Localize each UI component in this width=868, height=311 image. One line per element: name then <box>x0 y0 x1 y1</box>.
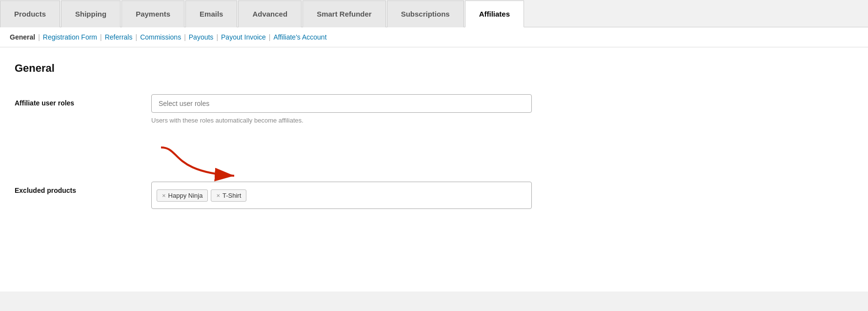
subnav-commissions[interactable]: Commissions <box>140 33 181 41</box>
tag-remove-t-shirt[interactable]: × <box>216 192 220 199</box>
sub-nav: General | Registration Form | Referrals … <box>0 27 868 47</box>
tab-products[interactable]: Products <box>0 0 60 27</box>
subnav-referrals[interactable]: Referrals <box>105 33 133 41</box>
section-title: General <box>15 62 853 75</box>
tag-t-shirt[interactable]: × T-Shirt <box>211 189 246 202</box>
field-excluded-products: × Happy Ninja × T-Shirt <box>151 182 542 209</box>
subnav-sep-1: | <box>38 33 40 41</box>
subnav-sep-5: | <box>216 33 218 41</box>
tab-bar: Products Shipping Payments Emails Advanc… <box>0 0 868 27</box>
tab-advanced[interactable]: Advanced <box>238 0 302 27</box>
subnav-sep-2: | <box>100 33 102 41</box>
tab-payments[interactable]: Payments <box>121 0 184 27</box>
tab-emails[interactable]: Emails <box>185 0 237 27</box>
tab-smart-refunder[interactable]: Smart Refunder <box>303 0 386 27</box>
tab-affiliates[interactable]: Affiliates <box>465 0 524 27</box>
tag-label-t-shirt: T-Shirt <box>222 192 241 199</box>
subnav-sep-6: | <box>269 33 271 41</box>
tag-remove-happy-ninja[interactable]: × <box>162 192 166 199</box>
subnav-registration-form[interactable]: Registration Form <box>43 33 97 41</box>
affiliate-user-roles-input[interactable] <box>151 94 532 113</box>
affiliate-user-roles-description: Users with these roles automatically bec… <box>151 117 542 124</box>
tag-happy-ninja[interactable]: × Happy Ninja <box>157 189 208 202</box>
tab-subscriptions[interactable]: Subscriptions <box>387 0 464 27</box>
subnav-sep-3: | <box>135 33 137 41</box>
excluded-products-tags-container[interactable]: × Happy Ninja × T-Shirt <box>151 182 532 209</box>
field-affiliate-user-roles: Users with these roles automatically bec… <box>151 94 542 124</box>
form-row-affiliate-user-roles: Affiliate user roles Users with these ro… <box>15 89 853 129</box>
tag-label-happy-ninja: Happy Ninja <box>168 192 203 199</box>
arrow-annotation <box>151 143 278 182</box>
label-affiliate-user-roles: Affiliate user roles <box>15 94 151 107</box>
label-excluded-products: Excluded products <box>15 182 151 194</box>
form-row-excluded-products: Excluded products × Happy Ninja × T-Shir… <box>15 177 853 214</box>
subnav-payout-invoice[interactable]: Payout Invoice <box>221 33 266 41</box>
subnav-affiliates-account[interactable]: Affiliate's Account <box>274 33 327 41</box>
subnav-sep-4: | <box>184 33 186 41</box>
subnav-general[interactable]: General <box>10 33 35 41</box>
tab-shipping[interactable]: Shipping <box>61 0 121 27</box>
main-content: General Affiliate user roles Users with … <box>0 47 868 291</box>
subnav-payouts[interactable]: Payouts <box>189 33 214 41</box>
red-arrow-icon <box>151 143 278 182</box>
